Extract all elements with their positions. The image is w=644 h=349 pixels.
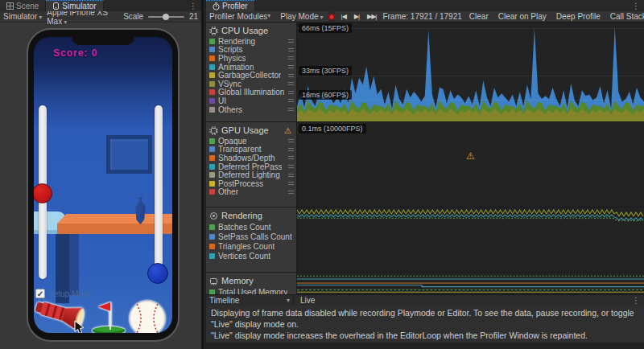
legend-item[interactable]: Triangles Count (209, 241, 296, 251)
scale-slider-knob[interactable] (163, 14, 169, 20)
scale-slider[interactable] (148, 16, 184, 18)
module-title: Memory (221, 276, 254, 285)
cpu-icon (209, 27, 218, 35)
golf-flag-sticker[interactable] (92, 302, 126, 333)
legend-item[interactable]: VSync (209, 80, 296, 88)
drag-handle-icon[interactable] (288, 74, 294, 77)
right-slider-track[interactable] (155, 105, 163, 276)
profiler-kebab-menu-icon[interactable]: ⋮ (628, 0, 644, 11)
gpu-legend-list: Opaque Transparent Shadows/Depth Deferre… (209, 137, 296, 196)
rendering-icon (209, 211, 218, 220)
legend-item[interactable]: PostProcess (209, 179, 296, 188)
next-frame-button[interactable]: ▶| (353, 13, 361, 20)
drag-handle-icon[interactable] (288, 91, 294, 94)
simulator-toolbar: Simulator▾ Apple iPhone XS Max▾ Scale 21 (0, 11, 201, 23)
clear-button[interactable]: Clear (467, 12, 491, 21)
legend-item[interactable]: Transparent (209, 146, 296, 154)
rendering-chart[interactable] (297, 207, 644, 272)
legend-item[interactable]: SetPass Calls Count (209, 232, 296, 241)
play-mode-dropdown[interactable]: Play Mode▾ (280, 12, 323, 21)
drag-handle-icon[interactable] (288, 182, 294, 185)
legend-color-swatch (209, 72, 215, 78)
record-button[interactable] (328, 11, 335, 22)
detail-view-bar: Timeline ▾ Live ⋮ (206, 294, 644, 306)
drag-handle-icon[interactable] (288, 139, 294, 142)
legend-label: Animation (218, 63, 254, 72)
legend-item[interactable]: Others (209, 105, 296, 114)
blue-ball-handle[interactable] (147, 263, 168, 284)
cpu-usage-chart[interactable]: 66ms (15FPS)33ms (30FPS)16ms (60FPS) (297, 23, 644, 121)
drag-handle-icon[interactable] (288, 65, 294, 68)
drag-handle-icon[interactable] (288, 82, 294, 85)
memory-module: Memory Total Used Memory (206, 272, 644, 294)
cpu-usage-header[interactable]: CPU Usage (209, 24, 296, 37)
legend-item[interactable]: Opaque (209, 137, 296, 146)
legend-label: Others (218, 105, 242, 114)
legend-item[interactable]: Physics (209, 54, 296, 63)
drag-handle-icon[interactable] (288, 174, 294, 177)
legend-item[interactable]: Other (209, 188, 296, 197)
tab-scene[interactable]: Scene (0, 0, 46, 11)
drag-handle-icon[interactable] (288, 48, 294, 51)
first-frame-button[interactable]: |◀ (340, 13, 348, 20)
live-toggle[interactable]: Live (293, 295, 321, 306)
tab-simulator[interactable]: Simulator (46, 0, 103, 11)
drag-handle-icon[interactable] (288, 39, 294, 43)
simulator-dropdown[interactable]: Simulator▾ (3, 12, 42, 21)
profiler-stopwatch-icon (213, 2, 220, 10)
legend-label: Transparent (218, 145, 262, 154)
tab-profiler[interactable]: Profiler (206, 0, 255, 11)
gpu-usage-chart[interactable]: 0.1ms (10000FPS)⚠ (297, 122, 644, 207)
scene-icon (6, 2, 14, 10)
legend-color-swatch (209, 155, 215, 161)
clear-on-play-button[interactable]: Clear on Play (496, 12, 549, 21)
legend-item[interactable]: GarbageCollector (209, 71, 296, 80)
simulator-panel: Scene Simulator ⋮ Simulator▾ Apple iPhon… (0, 0, 204, 349)
memory-header[interactable]: Memory (209, 274, 296, 287)
detail-view-dropdown[interactable]: Timeline ▾ (206, 296, 293, 305)
drag-handle-icon[interactable] (288, 191, 294, 194)
legend-item[interactable]: Deferred PrePass (209, 162, 296, 171)
legend-label: Other (218, 187, 238, 196)
legend-label: SetPass Calls Count (218, 232, 292, 241)
baseball-sticker[interactable] (129, 300, 166, 333)
chevron-down-icon: ▾ (39, 14, 42, 21)
profiler-tabbar: Profiler ⋮ (206, 0, 644, 11)
gpu-usage-header[interactable]: GPU Usage ⚠ (209, 124, 296, 137)
drag-handle-icon[interactable] (288, 108, 294, 111)
profiler-modules-dropdown[interactable]: Profiler Modules▾ (209, 12, 270, 21)
legend-item[interactable]: UI (209, 96, 296, 105)
legend-label: Deferred Lighting (218, 170, 280, 179)
rendering-header[interactable]: Rendering (209, 209, 296, 222)
device-screen[interactable]: Score: 0 ✓ Setup Mode (34, 37, 172, 333)
legend-item[interactable]: Shadows/Depth (209, 154, 296, 162)
drag-handle-icon[interactable] (288, 99, 294, 102)
warning-icon: ⚠ (466, 150, 475, 162)
legend-label: UI (218, 96, 226, 105)
current-frame-button[interactable]: ▶▶| (365, 13, 378, 20)
drag-handle-icon[interactable] (288, 156, 294, 159)
score-text: Score: 0 (53, 47, 97, 59)
legend-color-swatch (209, 244, 215, 249)
profiler-message: Displaying of frame data disabled while … (206, 306, 644, 343)
red-ball-handle[interactable] (34, 183, 52, 203)
legend-item[interactable]: Vertices Count (209, 251, 296, 261)
chevron-down-icon: ▾ (320, 14, 324, 21)
message-line-1: Displaying of frame data disabled while … (211, 307, 639, 330)
simulator-kebab-menu-icon[interactable]: ⋮ (185, 0, 201, 11)
drag-handle-icon[interactable] (288, 165, 294, 168)
legend-item[interactable]: Batches Count (209, 222, 296, 232)
legend-item[interactable]: Deferred Lighting (209, 170, 296, 179)
legend-item[interactable]: Rendering (209, 37, 296, 46)
detail-kebab-menu-icon[interactable]: ⋮ (628, 296, 644, 305)
deep-profile-button[interactable]: Deep Profile (554, 12, 603, 21)
legend-item[interactable]: Scripts (209, 46, 296, 55)
drag-handle-icon[interactable] (288, 56, 294, 60)
legend-item[interactable]: Animation (209, 63, 296, 72)
legend-item[interactable]: Global Illumination (209, 88, 296, 97)
picture-frame (106, 135, 152, 174)
memory-chart[interactable] (297, 273, 644, 294)
legend-item[interactable]: Total Used Memory (209, 287, 296, 294)
drag-handle-icon[interactable] (288, 148, 294, 151)
call-stacks-dropdown[interactable]: Call Stacks ▾ (608, 12, 644, 21)
